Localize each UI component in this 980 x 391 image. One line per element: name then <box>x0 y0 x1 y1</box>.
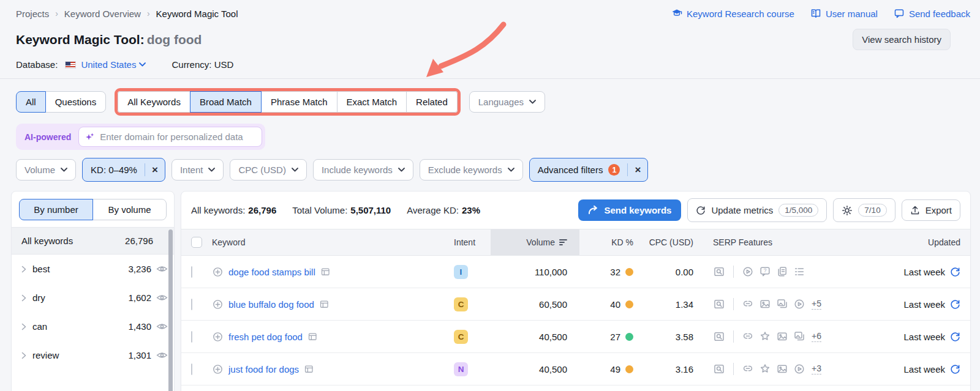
serp-sheet-icon[interactable] <box>319 299 330 310</box>
send-feedback-link[interactable]: Send feedback <box>894 8 970 19</box>
serp-sheet-icon[interactable] <box>307 332 318 342</box>
serp-analyze-icon[interactable] <box>713 266 725 278</box>
keyword-research-course-link[interactable]: Keyword Research course <box>671 8 794 19</box>
feedback-bubble-icon <box>894 8 905 19</box>
hide-group-eye-icon[interactable] <box>156 322 168 331</box>
graduation-cap-icon <box>671 8 682 19</box>
serp-analyze-icon[interactable] <box>713 330 725 343</box>
sidebar-tab-by-number[interactable]: By number <box>19 199 93 220</box>
column-header-updated[interactable]: Updated <box>892 229 970 255</box>
serp-analyze-icon[interactable] <box>713 298 725 310</box>
keyword-group-best[interactable]: best3,236 <box>12 255 174 283</box>
hide-group-eye-icon[interactable] <box>156 351 168 360</box>
refresh-metrics-icon[interactable] <box>950 299 960 310</box>
send-keywords-button[interactable]: Send keywords <box>578 199 681 221</box>
plus-circle-icon <box>212 363 224 375</box>
update-quota-pill: 1/5,000 <box>778 204 818 217</box>
tab-phrase-match[interactable]: Phrase Match <box>261 91 337 113</box>
refresh-metrics-icon[interactable] <box>950 267 960 277</box>
column-header-volume[interactable]: Volume <box>491 229 579 255</box>
column-header-keyword[interactable]: Keyword <box>212 229 454 255</box>
breadcrumb-keyword-overview[interactable]: Keyword Overview <box>64 9 141 19</box>
clear-filter-button[interactable]: × <box>145 163 165 176</box>
serp-features-cell: +6 <box>702 330 892 343</box>
row-checkbox[interactable] <box>191 363 192 375</box>
export-button[interactable]: Export <box>902 199 960 221</box>
hide-group-eye-icon[interactable] <box>156 293 168 302</box>
filter-include-keywords[interactable]: Include keywords <box>313 159 413 181</box>
keyword-group-review[interactable]: review1,301 <box>12 341 174 370</box>
serp-sheet-icon[interactable] <box>304 364 314 374</box>
refresh-metrics-icon[interactable] <box>950 364 960 374</box>
update-metrics-button[interactable]: Update metrics 1/5,000 <box>687 198 827 222</box>
table-row: fresh pet dog foodC40,50027 3.58+6Last w… <box>181 321 970 353</box>
table-header: Keyword Intent Volume KD % CPC (USD) SER… <box>181 229 970 256</box>
export-icon <box>910 206 920 215</box>
updated-value: Last week <box>903 364 945 374</box>
filter-exclude-keywords[interactable]: Exclude keywords <box>420 159 523 181</box>
keyword-group-dry[interactable]: dry1,602 <box>12 283 174 312</box>
breadcrumb-separator-icon: › <box>55 9 58 18</box>
tab-exact-match[interactable]: Exact Match <box>337 91 407 113</box>
settings-button[interactable]: 7/10 <box>833 198 895 222</box>
view-search-history-button[interactable]: View search history <box>853 29 951 50</box>
refresh-metrics-icon[interactable] <box>950 332 960 342</box>
keyword-link[interactable]: just food for dogs <box>228 364 299 374</box>
sidebar-scrollbar[interactable] <box>168 229 173 391</box>
tab-all-keywords[interactable]: All Keywords <box>118 91 190 113</box>
ai-powered-panel: AI-powered Enter domain for personalized… <box>16 124 265 150</box>
tab-related[interactable]: Related <box>406 91 458 113</box>
tab-all[interactable]: All <box>16 91 46 113</box>
serp-analyze-icon[interactable] <box>713 363 725 375</box>
clear-filter-button[interactable]: × <box>627 163 647 176</box>
link-icon <box>742 330 754 343</box>
keyword-link[interactable]: doge food stamps bill <box>228 267 315 277</box>
chevron-down-icon <box>292 168 298 172</box>
filter-volume[interactable]: Volume <box>16 159 76 181</box>
serp-more-count[interactable]: +5 <box>812 299 821 310</box>
filter-advanced-filters[interactable]: Advanced filters1× <box>529 158 649 182</box>
user-manual-link[interactable]: User manual <box>810 8 878 19</box>
serp-sheet-icon[interactable] <box>320 267 331 277</box>
image-stack-icon <box>776 298 788 310</box>
keyword-link[interactable]: blue buffalo dog food <box>228 299 314 310</box>
group-label: dry <box>32 292 128 303</box>
ai-powered-badge: AI-powered <box>24 132 71 142</box>
column-header-intent[interactable]: Intent <box>454 229 491 255</box>
chevron-down-icon <box>139 62 146 67</box>
volume-value: 110,000 <box>535 267 567 277</box>
hide-group-eye-icon[interactable] <box>156 264 168 274</box>
filter-label: Advanced filters <box>538 165 603 175</box>
tab-questions[interactable]: Questions <box>45 91 107 113</box>
table-row: just food for dogsN40,50049 3.16+3Last w… <box>181 353 970 385</box>
svg-text:?: ? <box>764 267 767 274</box>
domain-input[interactable]: Enter domain for personalized data <box>78 127 262 147</box>
breadcrumb-projects[interactable]: Projects <box>16 9 49 19</box>
close-icon: × <box>635 165 641 175</box>
serp-more-count[interactable]: +6 <box>812 331 821 342</box>
row-checkbox[interactable] <box>191 331 192 343</box>
serp-more-count[interactable]: +3 <box>812 363 821 374</box>
row-checkbox[interactable] <box>191 299 192 310</box>
sidebar-tab-by-volume[interactable]: By volume <box>92 199 167 220</box>
column-header-cpc[interactable]: CPC (USD) <box>641 229 702 255</box>
database-bar: Database: United States Currency: USD <box>0 50 980 70</box>
row-checkbox[interactable] <box>191 266 192 278</box>
plus-circle-icon <box>212 299 224 310</box>
cpc-value: 1.34 <box>676 299 693 310</box>
database-selector[interactable]: United States <box>81 59 146 70</box>
updated-value: Last week <box>903 267 945 277</box>
all-keywords-group-row[interactable]: All keywords 26,796 <box>12 227 174 255</box>
languages-dropdown[interactable]: Languages <box>469 91 545 113</box>
tab-broad-match[interactable]: Broad Match <box>190 91 262 113</box>
filter-intent[interactable]: Intent <box>172 159 224 181</box>
filter-kd-0-49[interactable]: KD: 0–49%× <box>82 158 165 182</box>
keyword-group-can[interactable]: can1,430 <box>12 312 174 341</box>
column-header-serp-features[interactable]: SERP Features <box>702 229 892 255</box>
column-header-kd[interactable]: KD % <box>579 229 641 255</box>
active-filter-count-badge: 1 <box>608 164 620 176</box>
select-all-checkbox[interactable] <box>191 237 202 248</box>
filter-cpc-usd[interactable]: CPC (USD) <box>230 159 307 181</box>
keyword-link[interactable]: fresh pet dog food <box>228 332 303 342</box>
kd-value: 32 <box>610 267 620 277</box>
